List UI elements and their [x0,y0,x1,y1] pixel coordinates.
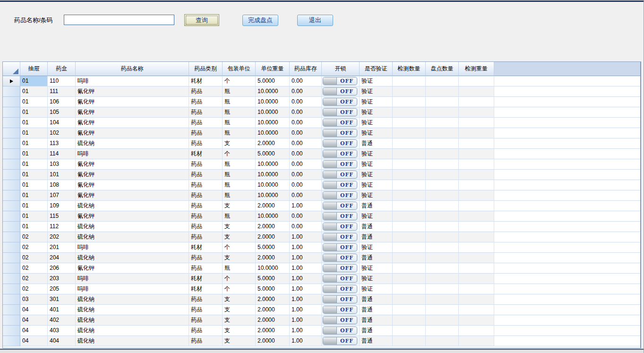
cell-count_qty[interactable] [426,253,459,263]
cell-detect_qty[interactable] [393,97,426,107]
row-header[interactable] [3,149,20,159]
cell-weight[interactable]: 2.0000 [256,232,290,242]
column-header-10[interactable]: 检测数量 [393,62,426,76]
cell-unit[interactable]: 瓶 [223,180,256,190]
cell-stock[interactable]: 1.00 [290,284,322,294]
cell-box[interactable]: 204 [48,253,76,263]
cell-unit[interactable]: 支 [223,232,256,242]
cell-stock[interactable]: 1.00 [290,294,322,305]
cell-box[interactable]: 301 [48,294,76,305]
cell-drawer[interactable]: 01 [20,201,48,211]
cell-weight[interactable]: 10.0000 [256,190,290,201]
cell-weight[interactable]: 2.0000 [256,222,290,232]
cell-verify[interactable]: 验证 [360,284,393,294]
cell-weight[interactable]: 10.0000 [256,107,290,118]
cell-stock[interactable]: 0.00 [290,97,322,107]
cell-weight[interactable]: 10.0000 [256,128,290,138]
lock-toggle[interactable]: OFF [323,150,357,158]
row-header[interactable] [3,253,20,263]
cell-weight[interactable]: 10.0000 [256,170,290,180]
cell-unit[interactable]: 支 [223,253,256,263]
cell-verify[interactable]: 验证 [360,211,393,222]
cell-drawer[interactable]: 04 [20,305,48,315]
cell-stock[interactable]: 0.00 [290,180,322,190]
cell-detect_weight[interactable] [459,138,494,149]
row-header[interactable] [3,294,20,305]
lock-toggle[interactable]: OFF [323,316,357,324]
cell-stock[interactable]: 0.00 [290,222,322,232]
cell-weight[interactable]: 5.0000 [256,149,290,159]
cell-unit[interactable]: 瓶 [223,107,256,118]
cell-count_qty[interactable] [426,222,459,232]
cell-drawer[interactable]: 02 [20,263,48,274]
cell-detect_qty[interactable] [393,170,426,180]
lock-toggle[interactable]: OFF [323,295,357,303]
cell-drawer[interactable]: 01 [20,159,48,170]
cell-detect_weight[interactable] [459,274,494,284]
cell-unit[interactable]: 瓶 [223,170,256,180]
cell-count_qty[interactable] [426,315,459,326]
cell-box[interactable]: 205 [48,284,76,294]
row-header[interactable] [3,107,20,118]
cell-drawer[interactable]: 01 [20,128,48,138]
cell-name[interactable]: 氰化钾 [76,170,189,180]
cell-drawer[interactable]: 02 [20,274,48,284]
cell-name[interactable]: 氰化钾 [76,190,189,201]
row-header[interactable] [3,232,20,242]
cell-stock[interactable]: 1.00 [290,274,322,284]
cell-name[interactable]: 硫化钠 [76,138,189,149]
row-header[interactable] [3,326,20,336]
cell-box[interactable]: 112 [48,222,76,232]
exit-button[interactable]: 退出 [297,15,333,26]
cell-unit[interactable]: 瓶 [223,86,256,97]
search-input[interactable] [64,15,174,25]
cell-stock[interactable]: 1.00 [290,242,322,253]
row-header[interactable] [3,336,20,346]
cell-detect_weight[interactable] [459,190,494,201]
lock-toggle[interactable]: OFF [323,171,357,179]
cell-unit[interactable]: 瓶 [223,211,256,222]
cell-verify[interactable]: 验证 [360,170,393,180]
cell-detect_qty[interactable] [393,76,426,86]
cell-stock[interactable]: 1.00 [290,326,322,336]
cell-unit[interactable]: 瓶 [223,263,256,274]
row-header[interactable] [3,76,20,86]
cell-verify[interactable]: 验证 [360,86,393,97]
cell-category[interactable]: 药品 [189,190,223,201]
cell-drawer[interactable]: 04 [20,336,48,346]
cell-drawer[interactable]: 01 [20,138,48,149]
cell-count_qty[interactable] [426,305,459,315]
cell-detect_qty[interactable] [393,190,426,201]
cell-count_qty[interactable] [426,326,459,336]
cell-weight[interactable]: 5.0000 [256,284,290,294]
finish-count-button[interactable]: 完成盘点 [242,15,278,26]
cell-unit[interactable]: 瓶 [223,190,256,201]
cell-stock[interactable]: 1.00 [290,263,322,274]
cell-category[interactable]: 药品 [189,232,223,242]
cell-detect_weight[interactable] [459,211,494,222]
cell-count_qty[interactable] [426,232,459,242]
cell-count_qty[interactable] [426,76,459,86]
cell-name[interactable]: 氰化钾 [76,211,189,222]
cell-category[interactable]: 药品 [189,222,223,232]
cell-stock[interactable]: 0.00 [290,128,322,138]
cell-name[interactable]: 氰化钾 [76,97,189,107]
cell-drawer[interactable]: 03 [20,294,48,305]
cell-detect_weight[interactable] [459,326,494,336]
cell-box[interactable]: 110 [48,76,76,86]
lock-toggle[interactable]: OFF [323,327,357,335]
cell-name[interactable]: 硫化钠 [76,232,189,242]
cell-count_qty[interactable] [426,149,459,159]
cell-unit[interactable]: 个 [223,149,256,159]
cell-stock[interactable]: 0.00 [290,211,322,222]
cell-weight[interactable]: 2.0000 [256,253,290,263]
cell-unit[interactable]: 支 [223,336,256,346]
cell-drawer[interactable]: 01 [20,86,48,97]
lock-toggle[interactable]: OFF [323,223,357,231]
lock-toggle[interactable]: OFF [323,119,357,127]
cell-detect_weight[interactable] [459,201,494,211]
lock-toggle[interactable]: OFF [323,254,357,262]
cell-stock[interactable]: 0.00 [290,138,322,149]
cell-unit[interactable]: 个 [223,76,256,86]
cell-verify[interactable]: 验证 [360,242,393,253]
